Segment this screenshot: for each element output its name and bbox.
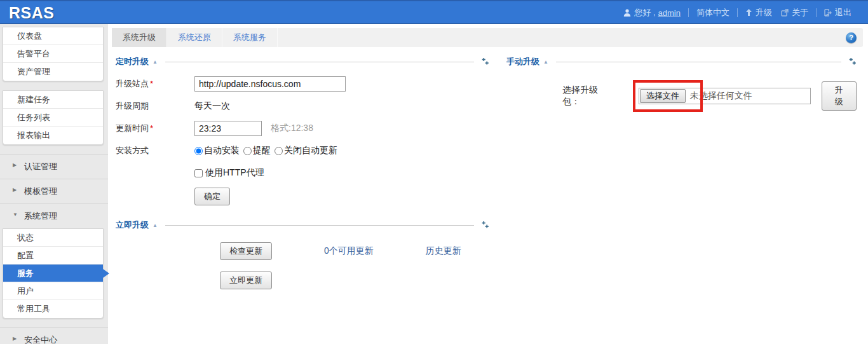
radio-disable-auto-update[interactable] bbox=[275, 147, 283, 155]
confirm-row: 确定 bbox=[194, 188, 489, 205]
manual-upgrade-panel: 手动升级 ▲ 选择升级包： 选择文件 未选择任何文件 升级 bbox=[506, 56, 857, 289]
sidebar-section-template-management[interactable]: ▶ 模板管理 bbox=[0, 179, 108, 203]
http-proxy-checkbox[interactable] bbox=[194, 169, 203, 177]
required-asterisk: * bbox=[150, 79, 153, 88]
update-now-button[interactable]: 立即更新 bbox=[220, 272, 272, 289]
drag-handle-icon[interactable] bbox=[480, 58, 489, 66]
sidebar-item-alert-platform[interactable]: 告警平台 bbox=[3, 45, 103, 63]
upgrade-cycle-value: 每天一次 bbox=[194, 100, 230, 112]
update-now-row: 立即更新 bbox=[116, 272, 489, 289]
upgrade-cycle-row: 升级周期 每天一次 bbox=[116, 99, 489, 114]
section-divider bbox=[165, 225, 474, 226]
sidebar-section-label: 认证管理 bbox=[24, 162, 57, 171]
no-file-selected-text: 未选择任何文件 bbox=[690, 90, 752, 102]
time-format-hint: 格式:12:38 bbox=[271, 123, 313, 134]
radio-auto-install[interactable] bbox=[194, 147, 203, 155]
section-title: 立即升级 bbox=[116, 219, 149, 231]
radio-auto-install-label[interactable]: 自动安装 bbox=[204, 145, 240, 156]
collapse-caret-icon[interactable]: ▲ bbox=[153, 59, 158, 65]
sidebar-item-status[interactable]: 状态 bbox=[3, 229, 103, 247]
upgrade-site-label: 升级站点* bbox=[116, 78, 194, 90]
immediate-upgrade-header: 立即升级 ▲ bbox=[116, 219, 489, 231]
update-time-label: 更新时间* bbox=[116, 123, 194, 134]
sidebar-item-common-tools[interactable]: 常用工具 bbox=[3, 300, 103, 318]
chevron-right-icon: ▶ bbox=[13, 187, 17, 193]
about-icon bbox=[781, 9, 789, 17]
about-link-label: 关于 bbox=[792, 7, 808, 18]
drag-handle-icon[interactable] bbox=[480, 221, 489, 230]
section-divider bbox=[165, 62, 474, 62]
choose-file-button[interactable]: 选择文件 bbox=[640, 89, 686, 103]
sidebar-section-label: 模板管理 bbox=[24, 186, 57, 196]
sidebar-item-users[interactable]: 用户 bbox=[3, 282, 103, 300]
tab-system-restore[interactable]: 系统还原 bbox=[167, 28, 222, 47]
tab-system-service[interactable]: 系统服务 bbox=[222, 28, 278, 47]
collapse-caret-icon[interactable]: ▲ bbox=[153, 223, 158, 228]
select-package-label: 选择升级包： bbox=[562, 85, 614, 107]
sidebar-section-auth-management[interactable]: ▶ 认证管理 bbox=[0, 154, 108, 179]
sidebar-item-task-list[interactable]: 任务列表 bbox=[3, 109, 103, 127]
check-update-button[interactable]: 检查更新 bbox=[220, 242, 272, 260]
tab-strip: 系统升级 系统还原 系统服务 ? bbox=[112, 28, 863, 47]
upgrade-button[interactable]: 升级 bbox=[822, 81, 857, 111]
sidebar: 仪表盘 告警平台 资产管理 新建任务 任务列表 报表输出 ▶ 认证管理 ▶ 模板… bbox=[0, 24, 108, 344]
install-mode-label: 安装方式 bbox=[116, 145, 194, 156]
sidebar-item-service[interactable]: 服务 bbox=[3, 265, 103, 282]
file-input[interactable]: 选择文件 未选择任何文件 bbox=[639, 88, 811, 104]
sidebar-item-asset-management[interactable]: 资产管理 bbox=[3, 63, 103, 81]
section-title: 手动升级 bbox=[506, 56, 539, 67]
app-logo: RSAS bbox=[9, 4, 54, 22]
history-updates-link[interactable]: 历史更新 bbox=[426, 245, 461, 257]
sidebar-section-label: 系统管理 bbox=[24, 211, 57, 221]
update-time-row: 更新时间* 格式:12:38 bbox=[116, 121, 489, 136]
sidebar-section-security-center[interactable]: ▶ 安全中心 bbox=[0, 327, 108, 344]
chevron-down-icon: ▼ bbox=[13, 212, 18, 217]
install-mode-row: 安装方式 自动安装 提醒 关闭自动更新 bbox=[116, 143, 489, 158]
http-proxy-row: 使用HTTP代理 bbox=[194, 165, 489, 181]
upgrade-cycle-label: 升级周期 bbox=[116, 100, 194, 112]
drag-handle-icon[interactable] bbox=[848, 58, 857, 66]
radio-remind[interactable] bbox=[243, 147, 252, 155]
section-divider bbox=[556, 62, 841, 62]
user-greeting: 您好 , admin bbox=[616, 7, 688, 18]
confirm-button[interactable]: 确定 bbox=[194, 188, 230, 205]
select-package-row: 选择升级包： 选择文件 未选择任何文件 升级 bbox=[506, 81, 857, 111]
upgrade-site-row: 升级站点* bbox=[116, 76, 489, 92]
sidebar-group-tasks: 新建任务 任务列表 报表输出 bbox=[3, 90, 104, 145]
sidebar-item-dashboard[interactable]: 仪表盘 bbox=[3, 27, 103, 45]
main-content: 系统升级 系统还原 系统服务 ? 定时升级 ▲ 升级站点* bbox=[108, 24, 868, 344]
sidebar-item-report-output[interactable]: 报表输出 bbox=[3, 127, 103, 144]
greeting-text: 您好 , bbox=[634, 7, 655, 18]
collapse-caret-icon[interactable]: ▲ bbox=[543, 59, 548, 65]
topbar-nav: 您好 , admin 简体中文 升级 关于 退出 bbox=[616, 7, 859, 18]
topbar: RSAS 您好 , admin 简体中文 升级 关于 bbox=[0, 0, 868, 24]
radio-disable-auto-update-label[interactable]: 关闭自动更新 bbox=[284, 145, 337, 156]
update-time-input[interactable] bbox=[194, 121, 262, 136]
logout-icon bbox=[824, 9, 832, 17]
sidebar-group-dashboard: 仪表盘 告警平台 资产管理 bbox=[3, 27, 104, 81]
check-update-row: 检查更新 0个可用更新 历史更新 bbox=[116, 242, 489, 260]
sidebar-group-system-submenu: 状态 配置 服务 用户 常用工具 bbox=[3, 228, 104, 319]
radio-remind-label[interactable]: 提醒 bbox=[253, 145, 271, 156]
about-link[interactable]: 关于 bbox=[780, 7, 816, 18]
sidebar-item-new-task[interactable]: 新建任务 bbox=[3, 91, 103, 109]
manual-upgrade-header: 手动升级 ▲ bbox=[506, 56, 857, 67]
upgrade-link[interactable]: 升级 bbox=[738, 7, 780, 18]
http-proxy-label[interactable]: 使用HTTP代理 bbox=[205, 167, 264, 179]
sidebar-section-system-management[interactable]: ▼ 系统管理 bbox=[0, 203, 108, 228]
section-title: 定时升级 bbox=[116, 56, 149, 67]
upgrade-site-input[interactable] bbox=[194, 76, 346, 92]
logout-link[interactable]: 退出 bbox=[817, 7, 859, 18]
scheduled-upgrade-panel: 定时升级 ▲ 升级站点* 升级周期 每天一次 更新时间* bbox=[116, 56, 489, 289]
help-icon[interactable]: ? bbox=[846, 32, 857, 43]
upgrade-link-label: 升级 bbox=[756, 7, 772, 18]
available-updates-text: 0个可用更新 bbox=[324, 245, 374, 257]
chevron-right-icon: ▶ bbox=[13, 336, 17, 341]
scheduled-upgrade-header: 定时升级 ▲ bbox=[116, 56, 489, 67]
sidebar-section-label: 安全中心 bbox=[24, 335, 57, 344]
sidebar-item-config[interactable]: 配置 bbox=[3, 247, 103, 265]
tab-system-upgrade[interactable]: 系统升级 bbox=[112, 28, 167, 47]
username-link[interactable]: admin bbox=[658, 8, 681, 18]
language-link[interactable]: 简体中文 bbox=[696, 7, 729, 18]
logout-link-label: 退出 bbox=[835, 7, 851, 18]
